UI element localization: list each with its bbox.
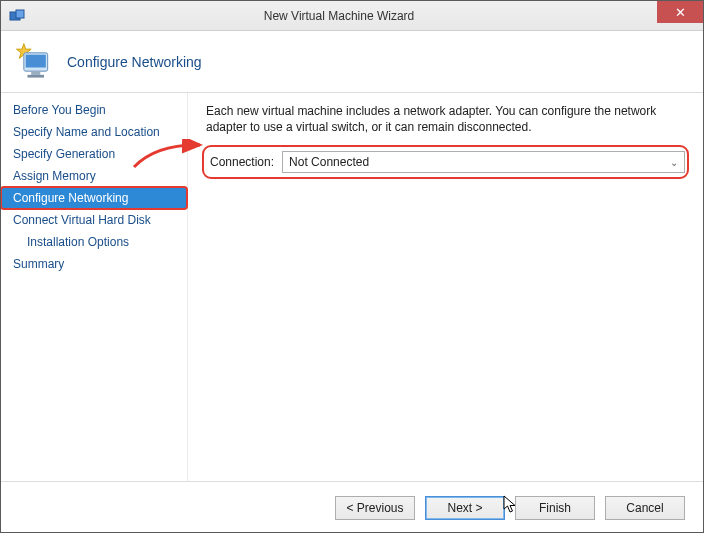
step-summary[interactable]: Summary bbox=[1, 253, 187, 275]
step-installation-options[interactable]: Installation Options bbox=[1, 231, 187, 253]
step-configure-networking[interactable]: Configure Networking bbox=[1, 187, 187, 209]
svg-rect-4 bbox=[26, 54, 46, 67]
step-connect-virtual-hard-disk[interactable]: Connect Virtual Hard Disk bbox=[1, 209, 187, 231]
page-title: Configure Networking bbox=[67, 54, 202, 70]
connection-selected-value: Not Connected bbox=[289, 155, 369, 169]
next-button[interactable]: Next > bbox=[425, 496, 505, 520]
app-icon bbox=[9, 8, 25, 24]
step-specify-name-location[interactable]: Specify Name and Location bbox=[1, 121, 187, 143]
wizard-header: Configure Networking bbox=[1, 31, 703, 93]
previous-button[interactable]: < Previous bbox=[335, 496, 415, 520]
finish-button[interactable]: Finish bbox=[515, 496, 595, 520]
svg-rect-6 bbox=[28, 74, 45, 77]
chevron-down-icon: ⌄ bbox=[670, 157, 678, 168]
wizard-sidebar: Before You Begin Specify Name and Locati… bbox=[1, 93, 188, 481]
step-before-you-begin[interactable]: Before You Begin bbox=[1, 99, 187, 121]
titlebar: New Virtual Machine Wizard ✕ bbox=[1, 1, 703, 31]
cancel-button[interactable]: Cancel bbox=[605, 496, 685, 520]
wizard-footer: < Previous Next > Finish Cancel bbox=[1, 481, 703, 533]
connection-select[interactable]: Not Connected ⌄ bbox=[282, 151, 685, 173]
close-button[interactable]: ✕ bbox=[657, 1, 703, 23]
wizard-icon bbox=[11, 40, 55, 84]
step-specify-generation[interactable]: Specify Generation bbox=[1, 143, 187, 165]
window-title: New Virtual Machine Wizard bbox=[25, 9, 703, 23]
svg-rect-5 bbox=[31, 71, 40, 75]
step-assign-memory[interactable]: Assign Memory bbox=[1, 165, 187, 187]
connection-row: Connection: Not Connected ⌄ bbox=[206, 149, 685, 175]
content-description: Each new virtual machine includes a netw… bbox=[206, 103, 685, 135]
wizard-content: Each new virtual machine includes a netw… bbox=[188, 93, 703, 481]
close-icon: ✕ bbox=[675, 5, 686, 20]
svg-rect-1 bbox=[16, 10, 24, 18]
connection-label: Connection: bbox=[206, 155, 274, 169]
